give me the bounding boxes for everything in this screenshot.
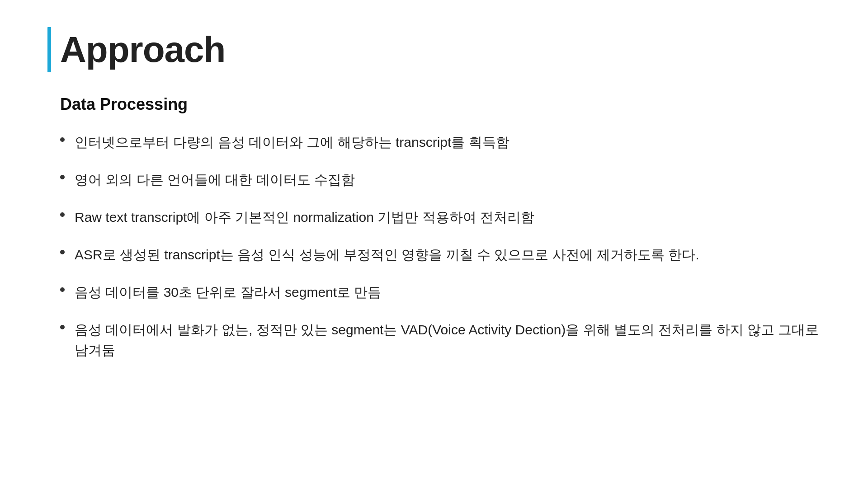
- title-wrapper: Approach: [47, 27, 821, 72]
- list-item-4: ASR로 생성된 transcript는 음성 인식 성능에 부정적인 영향을 …: [60, 244, 821, 265]
- list-item-5: 음성 데이터를 30초 단위로 잘라서 segment로 만듬: [60, 282, 821, 302]
- title-accent-bar: [47, 27, 51, 72]
- bullet-dot-5: [60, 287, 65, 292]
- bullet-text-5: 음성 데이터를 30초 단위로 잘라서 segment로 만듬: [75, 282, 821, 302]
- bullet-dot-3: [60, 212, 65, 217]
- bullet-dot-1: [60, 137, 65, 142]
- bullet-dot-6: [60, 325, 65, 329]
- page-title: Approach: [60, 29, 225, 70]
- bullet-text-3: Raw text transcript에 아주 기본적인 normalizati…: [75, 207, 821, 227]
- bullet-dot-4: [60, 250, 65, 254]
- bullet-list: 인터넷으로부터 다량의 음성 데이터와 그에 해당하는 transcript를 …: [60, 132, 821, 360]
- list-item-2: 영어 외의 다른 언어들에 대한 데이터도 수집함: [60, 169, 821, 190]
- section-title: Data Processing: [60, 95, 821, 114]
- bullet-text-4: ASR로 생성된 transcript는 음성 인식 성능에 부정적인 영향을 …: [75, 244, 821, 265]
- bullet-text-2: 영어 외의 다른 언어들에 대한 데이터도 수집함: [75, 169, 821, 190]
- list-item-1: 인터넷으로부터 다량의 음성 데이터와 그에 해당하는 transcript를 …: [60, 132, 821, 152]
- slide: Approach Data Processing 인터넷으로부터 다량의 음성 …: [0, 0, 868, 488]
- bullet-text-1: 인터넷으로부터 다량의 음성 데이터와 그에 해당하는 transcript를 …: [75, 132, 821, 152]
- bullet-text-6: 음성 데이터에서 발화가 없는, 정적만 있는 segment는 VAD(Voi…: [75, 319, 821, 360]
- bullet-dot-2: [60, 175, 65, 179]
- list-item-6: 음성 데이터에서 발화가 없는, 정적만 있는 segment는 VAD(Voi…: [60, 319, 821, 360]
- list-item-3: Raw text transcript에 아주 기본적인 normalizati…: [60, 207, 821, 227]
